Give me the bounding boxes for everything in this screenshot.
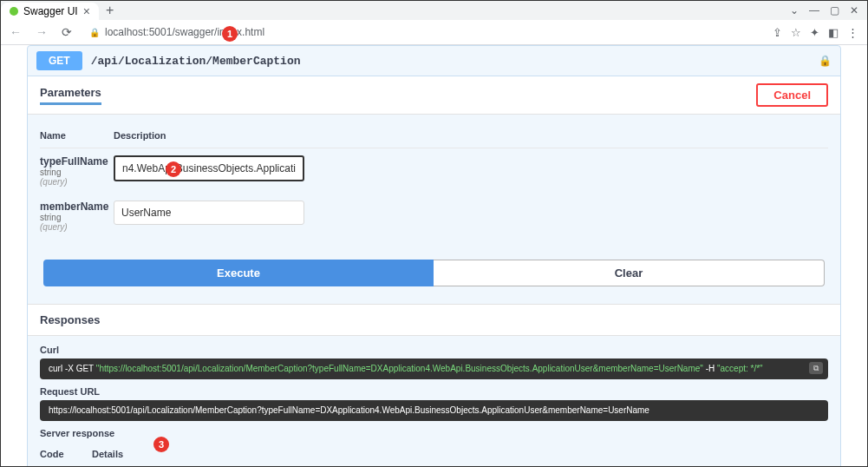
- curl-prefix: curl -X GET: [49, 364, 96, 373]
- http-method-badge: GET: [36, 51, 82, 70]
- param-type: string: [40, 213, 114, 222]
- parameters-tab-bar: Parameters Cancel: [28, 76, 840, 115]
- endpoint-path: /api/Localization/MemberCaption: [91, 55, 301, 68]
- membername-input[interactable]: [114, 201, 304, 225]
- param-row: memberName string (query): [40, 194, 828, 239]
- address-bar: ← → ⟳ 🔒 localhost:5001/swagger/index.htm…: [1, 20, 867, 44]
- param-name: typeFullName: [40, 155, 114, 168]
- annotation-2: 2: [166, 161, 181, 177]
- curl-accept: "accept: */*": [717, 364, 763, 373]
- param-location: (query): [40, 222, 114, 232]
- col-header-details: Details: [92, 449, 123, 459]
- params-table-header: Name Description: [40, 123, 828, 148]
- url-input[interactable]: 🔒 localhost:5001/swagger/index.html: [82, 23, 762, 41]
- cancel-button[interactable]: Cancel: [756, 83, 828, 107]
- profile-icon[interactable]: ◧: [828, 26, 839, 39]
- curl-block: curl -X GET "https://localhost:5001/api/…: [40, 358, 828, 379]
- annotation-1: 1: [222, 26, 238, 42]
- param-name: memberName: [40, 201, 114, 213]
- lock-icon: 🔒: [89, 28, 100, 37]
- responses-title: Responses: [40, 313, 100, 326]
- execute-button[interactable]: Execute: [43, 260, 434, 286]
- swagger-content: GET /api/Localization/MemberCaption 🔒 Pa…: [1, 45, 867, 467]
- param-info: typeFullName string (query): [40, 155, 114, 187]
- curl-url: "https://localhost:5001/api/Localization…: [96, 364, 703, 373]
- reload-button[interactable]: ⟳: [58, 25, 75, 39]
- col-header-code: Code: [40, 449, 92, 459]
- curl-suffix: -H: [703, 364, 717, 373]
- auth-lock-icon[interactable]: 🔒: [819, 55, 832, 67]
- close-window-icon[interactable]: ✕: [850, 4, 858, 16]
- forward-button: →: [32, 25, 51, 39]
- url-text: localhost:5001/swagger/index.html: [105, 26, 264, 38]
- curl-label: Curl: [40, 345, 828, 355]
- operation-block: GET /api/Localization/MemberCaption 🔒 Pa…: [27, 45, 841, 467]
- clear-button[interactable]: Clear: [434, 260, 825, 286]
- menu-icon[interactable]: ⋮: [847, 26, 858, 39]
- param-type: string: [40, 168, 114, 177]
- browser-tab[interactable]: Swagger UI ×: [1, 3, 99, 20]
- minimize-icon[interactable]: —: [809, 4, 819, 16]
- copy-curl-icon[interactable]: ⧉: [809, 362, 823, 374]
- annotation-3: 3: [153, 437, 169, 452]
- extensions-icon[interactable]: ✦: [810, 26, 819, 39]
- parameters-body: Name Description typeFullName string (qu…: [28, 115, 840, 304]
- param-info: memberName string (query): [40, 201, 114, 232]
- action-buttons: Execute Clear: [40, 260, 828, 286]
- col-header-name: Name: [40, 130, 114, 141]
- tab-title: Swagger UI: [23, 5, 78, 17]
- col-header-description: Description: [114, 130, 166, 141]
- close-tab-icon[interactable]: ×: [83, 5, 90, 17]
- request-url-block: https://localhost:5001/api/Localization/…: [40, 400, 828, 421]
- favicon-icon: [10, 7, 18, 16]
- window-controls: ⌄ — ▢ ✕: [781, 4, 867, 16]
- responses-body: Curl curl -X GET "https://localhost:5001…: [28, 336, 840, 467]
- back-button[interactable]: ←: [6, 25, 25, 39]
- maximize-icon[interactable]: ▢: [830, 4, 839, 16]
- chevron-down-icon[interactable]: ⌄: [790, 4, 799, 16]
- param-row: typeFullName string (query): [40, 148, 828, 194]
- responses-bar: Responses: [28, 304, 840, 336]
- typefullname-input[interactable]: [114, 155, 304, 181]
- parameters-tab[interactable]: Parameters: [40, 86, 101, 105]
- request-url-text: https://localhost:5001/api/Localization/…: [49, 405, 649, 415]
- param-location: (query): [40, 177, 114, 187]
- browser-chrome: Swagger UI × + ⌄ — ▢ ✕ ← → ⟳ 🔒 localhost…: [1, 1, 867, 45]
- operation-header[interactable]: GET /api/Localization/MemberCaption 🔒: [28, 46, 840, 76]
- share-icon[interactable]: ⇪: [773, 26, 782, 39]
- new-tab-button[interactable]: +: [99, 3, 121, 18]
- tab-bar: Swagger UI × + ⌄ — ▢ ✕: [1, 1, 867, 20]
- bookmark-icon[interactable]: ☆: [791, 26, 801, 39]
- request-url-label: Request URL: [40, 386, 828, 397]
